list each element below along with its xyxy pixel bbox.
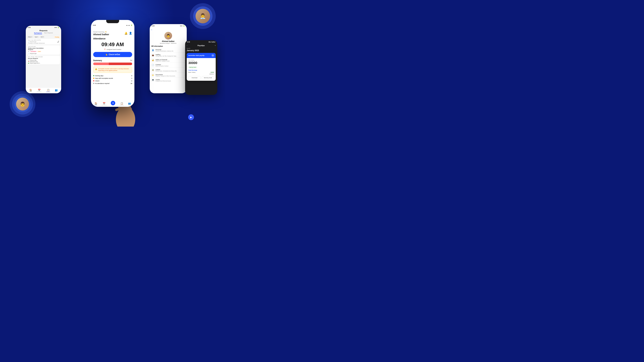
svg-point-0 — [116, 107, 135, 127]
list-item[interactable]: 🌴 Leaves Annual Leave, Scheduled And His… — [151, 68, 185, 73]
payslip-actions: Download Send by email — [188, 76, 214, 79]
month-selector[interactable]: ▾ — [215, 45, 216, 46]
list-item: Absent 3 — [93, 80, 132, 82]
work-location: 📍 Assigned work location — [93, 49, 132, 50]
no-attendance-count: 18 — [130, 83, 132, 84]
attendance-title: Attendance — [93, 37, 132, 40]
dot-orange — [93, 78, 94, 79]
filter-bar: Status ▾ Type ▾ Sort ▾ Pending — [27, 36, 60, 38]
warning-box: ⚠️ Incomplete records could result in a … — [93, 66, 132, 73]
nav-attendance[interactable]: 📅 Attendance — [102, 102, 106, 106]
requests-content: Requests My Requests Team Requests Statu… — [26, 29, 61, 66]
working-days-count: 0 — [131, 75, 132, 76]
user-name: Ahmed balker — [93, 33, 109, 36]
profile-content: ‹ 👨 Ahmed balker Business Analyst - 2020… — [150, 27, 187, 84]
working-days-label: Working days — [95, 75, 103, 76]
send-email-button[interactable]: Send by email — [202, 76, 214, 79]
current-time: 09:49 AM — [93, 41, 132, 47]
bell-icon[interactable]: 🔔 — [124, 32, 128, 35]
payslip-card-header: November 2022 payslip ✕ — [187, 53, 216, 58]
salary-icon: 💰 — [151, 58, 154, 62]
summary-items: Working days 0 Days with incomplete reco… — [93, 74, 132, 85]
pending-badge: Pending — [54, 36, 60, 38]
back-button[interactable]: ‹ — [187, 44, 187, 47]
payslips-title: Payslips — [198, 44, 205, 46]
warning-icon: ⚠️ — [95, 68, 97, 70]
home-header: Good morning 🌤️ Ahmed balker 🔔 👤 — [93, 31, 132, 36]
avatar[interactable]: 👤 — [129, 32, 132, 35]
phone-attendance: 9:49 ▲▲▲ 🔋 Good morning 🌤️ Ahmed balker … — [91, 20, 134, 107]
dot-green — [93, 75, 94, 76]
avatar: 👨 — [164, 32, 172, 39]
status-bar: 9:49 ▲▲▲ 🔋 — [91, 23, 134, 26]
warning-text: Incomplete records could result in a ful… — [98, 68, 130, 71]
list-item[interactable]: 2023 10:51 AM Study Leave Cancellation R… — [27, 45, 60, 55]
incomplete-records-label: Days with incomplete records — [95, 77, 113, 79]
period-label: Month — [187, 48, 216, 49]
incomplete-records-count: 3 — [131, 77, 132, 79]
list-item[interactable]: 💼 Staffing Joining Date, Job Title, Empl… — [151, 53, 185, 58]
fingerprint-icon: 👆 — [105, 53, 108, 56]
absent-label: Absent — [95, 80, 99, 82]
list-item[interactable]: 📁 Documents Id/Iqama, Passport & Other D… — [151, 73, 185, 78]
payslips-content: ‹ Payslips ▾ Month January 2023 November… — [185, 43, 217, 82]
nav-attendance[interactable]: 📅 Attendance — [37, 89, 42, 92]
close-button[interactable]: ✕ — [212, 54, 214, 57]
paid-by-badge: Paid by Cash — [188, 66, 197, 68]
nav-home[interactable]: 🏠 Home — [94, 102, 97, 106]
svg-rect-1 — [119, 107, 132, 123]
list-item[interactable]: Sun, 9 Jul, 2023 2:34 PM 📄 Request type … — [27, 39, 60, 44]
filter-status[interactable]: Status ▾ — [27, 36, 33, 38]
hr-info-title: HR information — [151, 45, 185, 47]
badge-leave: Leave — [37, 51, 41, 52]
nav-requests[interactable]: 📋 Requests — [120, 102, 124, 106]
payslip-title: November 2022 payslip — [188, 55, 204, 56]
filter-type[interactable]: Type ▾ — [34, 36, 39, 38]
attendance-content: Good morning 🌤️ Ahmed balker 🔔 👤 Attenda… — [91, 26, 134, 86]
calendar-icon: 📅 — [28, 61, 30, 62]
basic-salary-row: Basic Salary 30000 — [188, 71, 214, 73]
phone-notch — [106, 20, 119, 23]
file-icon: 📄 — [28, 41, 30, 42]
list-item[interactable]: Mon, 26 Dec, 2022 10:56 AM Excuse Reques… — [27, 55, 60, 64]
no-attendance-label: No attendance required — [95, 83, 110, 84]
list-item: No attendance required 18 — [93, 82, 132, 85]
filter-sort[interactable]: Sort ▾ — [40, 36, 45, 38]
summary-month: Jul — [130, 59, 132, 61]
tab-team-requests[interactable]: Team Requests — [44, 32, 53, 34]
header-icons: 🔔 👤 — [124, 32, 132, 35]
summary-header: Summary Jul — [93, 59, 132, 62]
nav-team[interactable]: 👥 Team — [128, 102, 131, 106]
list-item[interactable]: 📄 Contract Active & Inactive Contract › — [151, 63, 185, 68]
leaves-icon: 🌴 — [151, 68, 154, 72]
list-item[interactable]: 👤 Personal General, Identification, Addr… — [151, 48, 185, 53]
net-salary-value: 30000 — [188, 61, 214, 65]
clock-in-out-button[interactable]: 👆 Clock In/Out — [93, 52, 132, 57]
dot-red — [93, 80, 94, 81]
avatar: 👨‍💼 — [196, 9, 210, 23]
phone-requests: 9:49 ●●● 🔋 Requests My Requests Team Req… — [26, 26, 61, 93]
nav-requests[interactable]: 📋 Requests — [46, 89, 50, 92]
nav-add-button[interactable]: + — [111, 101, 115, 105]
progress-bar — [93, 62, 132, 65]
file-icon: 📄 — [28, 59, 30, 61]
list-item: Working days 0 — [93, 74, 132, 77]
tab-my-requests[interactable]: My Requests — [34, 32, 42, 34]
total-earnings-label: Total Earnings — [188, 69, 214, 71]
play-icon[interactable]: ▶ — [188, 114, 194, 120]
period-value: January 2023 — [187, 49, 216, 52]
progress-segment-pink — [93, 62, 109, 65]
user-name: Ahmed balker — [162, 40, 174, 42]
payslips-header: ‹ Payslips ▾ — [187, 44, 216, 47]
total-row: 30000.0 — [188, 73, 214, 75]
back-button[interactable]: ‹ — [151, 28, 185, 31]
download-button[interactable]: Download — [188, 76, 201, 79]
nav-home[interactable]: 🏠 Home — [29, 89, 32, 92]
nav-team[interactable]: 👥 Team — [55, 89, 58, 92]
bottom-nav: 🏠 Home 📅 Attendance 📋 Requests 👥 Team — [26, 87, 61, 93]
contract-icon: 📄 — [151, 63, 154, 67]
absent-count: 3 — [131, 80, 132, 82]
requests-tabs: My Requests Team Requests — [27, 32, 60, 35]
list-item[interactable]: 💰 Salary & Financial Salary Info, Paysli… — [151, 58, 185, 63]
list-item[interactable]: 🖥️ Assets Assigned And Returned Assets › — [151, 78, 185, 82]
